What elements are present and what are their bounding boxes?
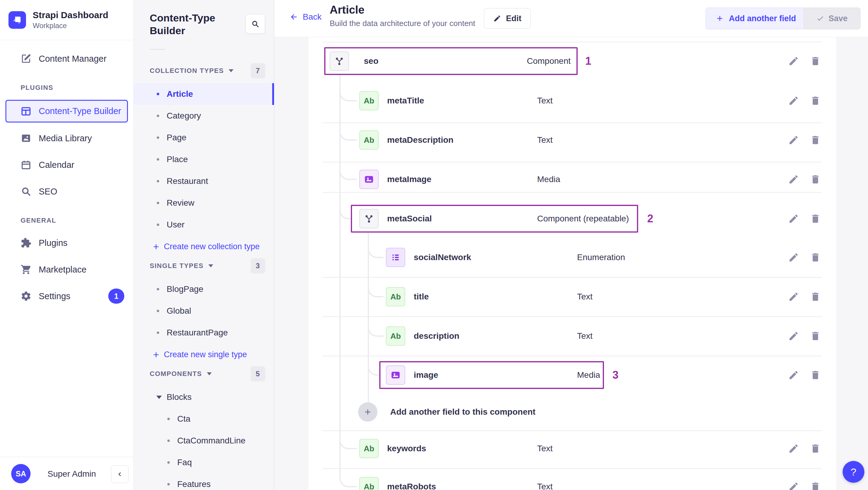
edit-field-button[interactable] (787, 55, 800, 68)
help-button[interactable]: ? (843, 461, 864, 483)
sidebar-item-calendar[interactable]: Calendar (0, 154, 133, 176)
tree-connector-elbow (339, 474, 357, 487)
edit-field-button[interactable] (787, 173, 800, 186)
content-area: seoComponent1AbmetaTitleTextAbmetaDescri… (274, 37, 868, 490)
edit-field-button[interactable] (787, 133, 800, 147)
delete-field-button[interactable] (809, 329, 822, 343)
avatar[interactable]: SA (11, 464, 31, 483)
bullet-icon: • (156, 328, 161, 337)
nav-item-place[interactable]: •Place (134, 149, 274, 170)
nav-item-blocks[interactable]: Blocks (134, 386, 274, 408)
edit-field-button[interactable] (787, 251, 800, 264)
nav-item-article[interactable]: •Article (134, 83, 274, 105)
add-field-to-component-button[interactable] (358, 402, 377, 422)
nav-item-review[interactable]: •Review (134, 192, 274, 214)
arrow-left-icon (289, 12, 299, 22)
save-button[interactable]: Save (804, 7, 861, 29)
plus-icon: + (153, 349, 159, 360)
field-name: title (414, 292, 429, 302)
bullet-icon: • (156, 155, 161, 164)
edit-field-button[interactable] (787, 368, 800, 382)
sidebar-item-media-library[interactable]: Media Library (0, 127, 133, 149)
nav-item-restaurant[interactable]: •Restaurant (134, 170, 274, 192)
nav-item-features[interactable]: •Features (134, 473, 274, 490)
fields-list: seoComponent1AbmetaTitleTextAbmetaDescri… (309, 37, 836, 490)
edit-field-button[interactable] (787, 212, 800, 225)
section-header-single-types[interactable]: SINGLE TYPES3 (134, 258, 274, 274)
workspace-header[interactable]: Strapi Dashboard Workplace (0, 0, 133, 40)
edit-field-button[interactable] (787, 94, 800, 108)
field-name: keywords (387, 444, 426, 453)
item-label: Create new single type (164, 350, 247, 359)
row-divider (323, 277, 822, 278)
edit-field-button[interactable] (787, 329, 800, 343)
delete-field-button[interactable] (809, 251, 822, 264)
search-icon (251, 20, 259, 28)
back-link[interactable]: Back (289, 12, 321, 22)
field-name: metaDescription (387, 135, 453, 145)
create-link-create-new-collection-type[interactable]: +Create new collection type (134, 236, 274, 257)
nav-item-user[interactable]: •User (134, 214, 274, 236)
edit-button[interactable]: Edit (484, 8, 531, 29)
chevron-down-icon (207, 372, 212, 375)
section-header-collection-types[interactable]: COLLECTION TYPES7 (134, 63, 274, 79)
search-button[interactable] (246, 14, 265, 34)
item-label: Article (167, 89, 193, 99)
component-field-icon (330, 52, 349, 71)
bullet-icon: • (156, 111, 161, 120)
sidebar-item-marketplace[interactable]: Marketplace (0, 258, 133, 280)
section-label: SINGLE TYPES (150, 262, 204, 270)
nav-item-blogpage[interactable]: •BlogPage (134, 278, 274, 300)
annotation-box (379, 361, 604, 389)
field-name: metaRobots (387, 482, 436, 490)
row-divider (323, 316, 822, 317)
section-count-badge: 3 (251, 258, 265, 273)
nav-item-category[interactable]: •Category (134, 105, 274, 127)
sidebar-item-content-type-builder[interactable]: Content-Type Builder (5, 100, 128, 123)
nav-item-page[interactable]: •Page (134, 127, 274, 149)
edit-field-button[interactable] (787, 290, 800, 303)
sidebar-item-plugins[interactable]: Plugins (0, 232, 133, 254)
delete-field-button[interactable] (809, 133, 822, 147)
nav-item-faq[interactable]: •Faq (134, 452, 274, 473)
delete-field-button[interactable] (809, 480, 822, 490)
field-name: description (414, 331, 459, 341)
item-label: User (167, 220, 185, 229)
edit-field-button[interactable] (787, 480, 800, 490)
sidebar-item-label: SEO (39, 187, 57, 196)
text-field-icon: Ab (386, 326, 405, 346)
tree-connector-elbow (339, 167, 357, 180)
nav-item-cta[interactable]: •Cta (134, 408, 274, 430)
collapse-sidebar-button[interactable] (111, 465, 128, 483)
sidebar-item-label: Marketplace (39, 265, 87, 275)
field-type: Text (577, 331, 592, 341)
delete-field-button[interactable] (809, 94, 822, 108)
sidebar-item-settings[interactable]: Settings1 (0, 285, 133, 307)
sidebar-item-seo[interactable]: SEO (0, 181, 133, 202)
item-label: Global (167, 306, 191, 316)
strapi-logo-icon (8, 11, 26, 29)
add-another-field-button[interactable]: Add another field (706, 7, 806, 29)
delete-field-button[interactable] (809, 442, 822, 455)
component-field-icon (359, 209, 379, 228)
nav-item-ctacommandline[interactable]: •CtaCommandLine (134, 430, 274, 452)
create-link-create-new-single-type[interactable]: +Create new single type (134, 344, 274, 365)
delete-field-button[interactable] (809, 55, 822, 68)
delete-field-button[interactable] (809, 173, 822, 186)
edit-field-button[interactable] (787, 442, 800, 455)
sidebar-item-label: Media Library (39, 133, 92, 143)
delete-field-button[interactable] (809, 290, 822, 303)
sidebar: Strapi Dashboard Workplace Content Manag… (0, 0, 134, 490)
sidebar-item-content-manager[interactable]: Content Manager (0, 48, 133, 69)
section-header-components[interactable]: COMPONENTS5 (134, 366, 274, 382)
app: Strapi Dashboard Workplace Content Manag… (0, 0, 868, 490)
item-label: Create new collection type (164, 242, 260, 251)
field-type: Component (527, 56, 571, 66)
text-field-icon: Ab (386, 287, 405, 306)
nav-item-global[interactable]: •Global (134, 300, 274, 322)
delete-field-button[interactable] (809, 212, 822, 225)
delete-field-button[interactable] (809, 368, 822, 382)
tree-connector-elbow (368, 323, 383, 337)
puzzle-icon (21, 238, 31, 248)
nav-item-restaurantpage[interactable]: •RestaurantPage (134, 322, 274, 344)
